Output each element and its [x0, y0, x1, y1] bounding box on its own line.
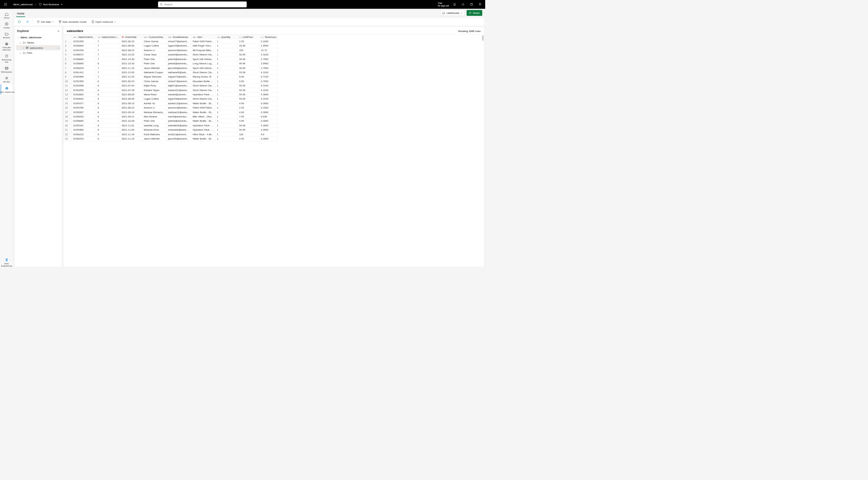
- notifications-icon[interactable]: [452, 1, 458, 7]
- cell[interactable]: SO58845: [72, 61, 96, 66]
- table-row[interactable]: 3SO5478472021-08-22Autumn Liautumn3@adve…: [63, 48, 278, 53]
- column-header[interactable]: 123SalesOrderLi...: [96, 35, 120, 39]
- table-row[interactable]: 18SO5653362021-09-21Max Alvarezmax5@adve…: [63, 114, 278, 119]
- cell[interactable]: 1: [215, 128, 238, 132]
- table-row[interactable]: 15SO5437762021-08-15Ashlee Xuashlee12@ad…: [63, 101, 278, 106]
- tree-root[interactable]: ⌄ fabric_lakehouse: [16, 35, 60, 40]
- cell[interactable]: 1: [215, 39, 238, 43]
- cell[interactable]: Patch Kit/8 Patch...: [191, 39, 215, 43]
- column-header[interactable]: 📅OrderDate: [120, 35, 142, 39]
- cell[interactable]: 4.3992: [259, 92, 278, 97]
- tree-tables[interactable]: ⌄ Tables: [16, 40, 60, 45]
- cell[interactable]: 2021-10-30: [120, 61, 142, 66]
- cell[interactable]: 2021-11-16: [120, 132, 142, 137]
- cell[interactable]: SO54784: [72, 106, 96, 110]
- cell[interactable]: 4.3192: [259, 70, 278, 74]
- cell[interactable]: 1: [215, 83, 238, 88]
- table-row[interactable]: 2SO5404272021-08-09Logan Collinslogan29@…: [63, 43, 278, 48]
- cell[interactable]: SO53255: [72, 88, 96, 92]
- cell[interactable]: 6: [96, 124, 120, 128]
- cell[interactable]: 2021-10-25: [120, 53, 142, 57]
- cell[interactable]: 2021-08-09: [120, 97, 142, 101]
- cell[interactable]: cesar9@adventu...: [166, 53, 191, 57]
- cell[interactable]: 2021-08-05: [120, 92, 142, 97]
- cell[interactable]: 2.29: [238, 106, 259, 110]
- search-box[interactable]: [158, 1, 246, 7]
- cell[interactable]: logan29@advent...: [166, 97, 191, 101]
- cell[interactable]: 0.3992: [259, 110, 278, 114]
- cell[interactable]: 0.7192: [259, 74, 278, 79]
- column-header[interactable]: 1.2UnitPrice: [238, 35, 259, 39]
- rail-item-browse[interactable]: Browse: [1, 30, 12, 40]
- cell[interactable]: 6: [96, 92, 120, 97]
- cell[interactable]: SO51555: [72, 39, 96, 43]
- cell[interactable]: Nathaniel Cooper: [142, 70, 166, 74]
- rail-footer-data-engineering[interactable]: Data Engineering: [1, 256, 12, 268]
- rail-item-dp-60x[interactable]: DP-60x: [1, 74, 12, 84]
- cell[interactable]: ashlee12@adven...: [166, 101, 191, 106]
- cell[interactable]: chloe27@advent...: [166, 79, 191, 83]
- cell[interactable]: 0.7992: [259, 79, 278, 83]
- rail-item-workspaces[interactable]: Workspaces: [1, 65, 12, 74]
- table-row[interactable]: 12SO5325562021-07-28Edward Tayloredward3…: [63, 88, 278, 92]
- cell[interactable]: Jason Mitchell: [142, 137, 166, 141]
- help-icon[interactable]: [469, 1, 475, 7]
- cell[interactable]: Racing Socks, M: [191, 74, 215, 79]
- cell[interactable]: chloe27@advent...: [166, 39, 191, 43]
- cell[interactable]: 1: [215, 106, 238, 110]
- cell[interactable]: jason40@advent...: [166, 137, 191, 141]
- rail-item-monitoring-hub[interactable]: Monitoring hub: [1, 53, 12, 65]
- cell[interactable]: 1: [215, 110, 238, 114]
- cell[interactable]: maria4@advent...: [166, 92, 191, 97]
- cell[interactable]: 1: [215, 53, 238, 57]
- cell[interactable]: Water Bottle - 30...: [191, 119, 215, 123]
- cell[interactable]: elijah7@adventu...: [166, 83, 191, 88]
- cell[interactable]: Autumn Li: [142, 106, 166, 110]
- table-row[interactable]: 6SO5884582021-10-30Peter Shepeter8@adven…: [63, 61, 278, 66]
- table-row[interactable]: 16SO5478462021-08-22Autumn Liautumn3@adv…: [63, 106, 278, 110]
- cell[interactable]: Short-Sleeve Cla...: [191, 97, 215, 101]
- cell[interactable]: 2021-11-16: [120, 137, 142, 141]
- cell[interactable]: 2021-12-29: [120, 74, 142, 79]
- cell[interactable]: 1: [215, 79, 238, 83]
- cell[interactable]: SO60233: [72, 137, 96, 141]
- cell[interactable]: 54.99: [238, 128, 259, 132]
- cell[interactable]: 4.99: [238, 110, 259, 114]
- settings-gear-button[interactable]: [25, 20, 30, 25]
- cell[interactable]: SO60232: [72, 132, 96, 137]
- cell[interactable]: 1: [215, 74, 238, 79]
- cell[interactable]: 2021-10-30: [120, 119, 142, 123]
- table-row[interactable]: 9SO6298472021-12-29Miguel Sanchezmiguel7…: [63, 74, 278, 79]
- cell[interactable]: SO62984: [72, 74, 96, 79]
- cell[interactable]: SO54377: [72, 101, 96, 106]
- cell[interactable]: 7: [96, 57, 120, 61]
- cell[interactable]: 1: [215, 70, 238, 74]
- cell[interactable]: 4.99: [238, 119, 259, 123]
- cell[interactable]: 6: [96, 110, 120, 114]
- cell[interactable]: isabella20@adve...: [166, 124, 191, 128]
- cell[interactable]: SO53852: [72, 92, 96, 97]
- cell[interactable]: 1.9592: [259, 43, 278, 48]
- cell[interactable]: 3.9992: [259, 61, 278, 66]
- cell[interactable]: 6: [96, 132, 120, 137]
- cell[interactable]: 2021-11-04: [120, 128, 142, 132]
- cell[interactable]: 2021-07-28: [120, 88, 142, 92]
- cell[interactable]: 7: [96, 70, 120, 74]
- cell[interactable]: 2021-08-22: [120, 48, 142, 53]
- cell[interactable]: Short-Sleeve Cla...: [191, 83, 215, 88]
- cell[interactable]: Hydration Pack - ...: [191, 128, 215, 132]
- cell[interactable]: 2021-07-04: [120, 83, 142, 88]
- cell[interactable]: Elijah Ross: [142, 83, 166, 88]
- cell[interactable]: All-Purpose Bike ...: [191, 48, 215, 53]
- cell[interactable]: 7: [96, 43, 120, 48]
- cell[interactable]: Sport-100 Helme...: [191, 66, 215, 70]
- cell[interactable]: 54.99: [238, 124, 259, 128]
- grid-scroll[interactable]: ABCSalesOrderN...123SalesOrderLi...📅Orde…: [63, 35, 484, 267]
- cell[interactable]: SO58572: [72, 53, 96, 57]
- table-row[interactable]: 14SO5404262021-08-09Logan Collinslogan29…: [63, 97, 278, 101]
- cell[interactable]: 7.95: [238, 114, 259, 119]
- cell[interactable]: 2.7992: [259, 66, 278, 70]
- cell[interactable]: Isabella Long: [142, 124, 166, 128]
- cell[interactable]: autumn3@adven...: [166, 106, 191, 110]
- cell[interactable]: Chloe Garcia: [142, 79, 166, 83]
